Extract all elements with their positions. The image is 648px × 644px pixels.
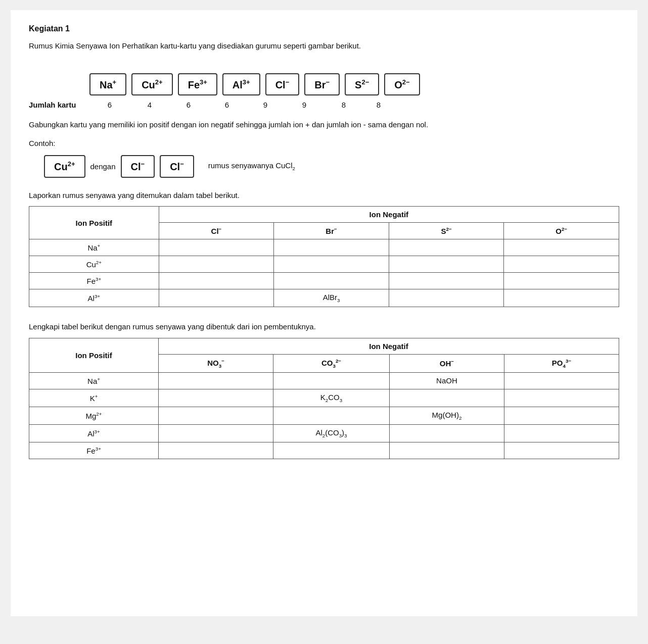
dengan-text: dengan: [90, 162, 116, 171]
count-cu: 4: [130, 101, 169, 109]
ion-card-cl: Cl−: [265, 73, 300, 96]
row2-fe-oh: [389, 442, 504, 459]
table1-col-cl: Cl−: [159, 223, 274, 239]
jumlah-label: Jumlah kartu: [29, 101, 89, 109]
gabung-text: Gabungkan kartu yang memiliki ion positi…: [29, 119, 619, 131]
row2-fe-no3: [159, 442, 273, 459]
table-row: Na+ NaOH: [29, 372, 619, 389]
row2-na-po4: [504, 372, 619, 389]
row2-mg-po4: [504, 407, 619, 424]
row-na-s: [389, 239, 504, 256]
table2-col-no3: NO3−: [159, 354, 273, 372]
count-cl: 9: [246, 101, 285, 109]
table2-col-po4: PO43−: [504, 354, 619, 372]
table-row: K+ K2CO3: [29, 389, 619, 407]
ion-card-br: Br−: [304, 73, 340, 96]
row2-mg-co3: [273, 407, 390, 424]
table-ion-negatif-1: Ion Positif Ion Negatif Cl− Br− S2− O2− …: [29, 206, 619, 307]
row2-mg-no3: [159, 407, 273, 424]
row2-fe-ion: Fe3+: [29, 442, 159, 459]
row2-k-ion: K+: [29, 389, 159, 407]
table2-ion-negatif-header: Ion Negatif: [159, 338, 619, 354]
row2-k-po4: [504, 389, 619, 407]
row-al-s: [389, 289, 504, 307]
row2-fe-co3: [273, 442, 390, 459]
row-al-br: AlBr3: [274, 289, 389, 307]
table-row: Al3+ Al2(CO3)3: [29, 424, 619, 442]
row2-k-no3: [159, 389, 273, 407]
table-row: Fe3+: [29, 273, 619, 289]
count-o: 8: [363, 101, 394, 109]
row2-al-ion: Al3+: [29, 424, 159, 442]
count-fe: 6: [169, 101, 208, 109]
intro-text: Rumus Kimia Senyawa Ion Perhatikan kartu…: [29, 40, 619, 52]
laporkan-text: Laporkan rumus senyawa yang ditemukan da…: [29, 190, 619, 202]
row2-mg-ion: Mg2+: [29, 407, 159, 424]
row-cu-cl: [159, 256, 274, 273]
example-cation: Cu2+: [44, 155, 85, 178]
row2-al-po4: [504, 424, 619, 442]
table1-col-o: O2−: [504, 223, 619, 239]
count-al: 6: [208, 101, 246, 109]
table1-ion-negatif-header: Ion Negatif: [159, 207, 619, 223]
row-na-ion: Na+: [29, 239, 159, 256]
row-al-o: [504, 289, 619, 307]
table2-ion-positif-header: Ion Positif: [29, 338, 159, 372]
row2-fe-po4: [504, 442, 619, 459]
row-fe-ion: Fe3+: [29, 273, 159, 289]
row-na-br: [274, 239, 389, 256]
ion-card-o: O2−: [384, 73, 420, 96]
row2-na-oh: NaOH: [389, 372, 504, 389]
row-na-cl: [159, 239, 274, 256]
ion-card-al: Al3+: [222, 73, 260, 96]
count-na: 6: [89, 101, 130, 109]
ion-card-na: Na+: [89, 73, 126, 96]
ion-card-fe: Fe3+: [178, 73, 217, 96]
row-al-ion: Al3+: [29, 289, 159, 307]
row-fe-br: [274, 273, 389, 289]
row2-k-oh: [389, 389, 504, 407]
example-anion2: Cl−: [160, 155, 194, 178]
table2-col-co3: CO32−: [273, 354, 390, 372]
table1-col-s: S2−: [389, 223, 504, 239]
table-row: Na+: [29, 239, 619, 256]
row-cu-s: [389, 256, 504, 273]
row-cu-o: [504, 256, 619, 273]
table2-col-oh: OH−: [389, 354, 504, 372]
ion-card-s: S2−: [345, 73, 379, 96]
example-row: Cu2+ dengan Cl− Cl− rumus senyawanya CuC…: [44, 155, 619, 178]
row-fe-cl: [159, 273, 274, 289]
row2-al-co3: Al2(CO3)3: [273, 424, 390, 442]
row-cu-ion: Cu2+: [29, 256, 159, 273]
count-br: 9: [285, 101, 324, 109]
row2-al-no3: [159, 424, 273, 442]
row-na-o: [504, 239, 619, 256]
count-s: 8: [324, 101, 363, 109]
contoh-label: Contoh:: [29, 138, 619, 150]
row2-mg-oh: Mg(OH)2: [389, 407, 504, 424]
ion-card-cu: Cu2+: [131, 73, 173, 96]
table-row: Cu2+: [29, 256, 619, 273]
row2-al-oh: [389, 424, 504, 442]
row2-k-co3: K2CO3: [273, 389, 390, 407]
row-fe-s: [389, 273, 504, 289]
lengkapi-text: Lengkapi tabel berikut dengan rumus seny…: [29, 321, 619, 333]
row2-na-ion: Na+: [29, 372, 159, 389]
row2-na-co3: [273, 372, 390, 389]
row-al-cl: [159, 289, 274, 307]
page-container: Kegiatan 1 Rumus Kimia Senyawa Ion Perha…: [11, 10, 637, 616]
row2-na-no3: [159, 372, 273, 389]
page-title: Kegiatan 1: [29, 24, 619, 33]
rumus-text: rumus senyawanya CuCl2: [208, 161, 295, 171]
table1-col-br: Br−: [274, 223, 389, 239]
table-row: Al3+ AlBr3: [29, 289, 619, 307]
row-cu-br: [274, 256, 389, 273]
table-ion-negatif-2: Ion Positif Ion Negatif NO3− CO32− OH− P…: [29, 338, 619, 459]
table-row: Mg2+ Mg(OH)2: [29, 407, 619, 424]
example-anion1: Cl−: [121, 155, 155, 178]
row-fe-o: [504, 273, 619, 289]
table-row: Fe3+: [29, 442, 619, 459]
table1-ion-positif-header: Ion Positif: [29, 207, 159, 239]
